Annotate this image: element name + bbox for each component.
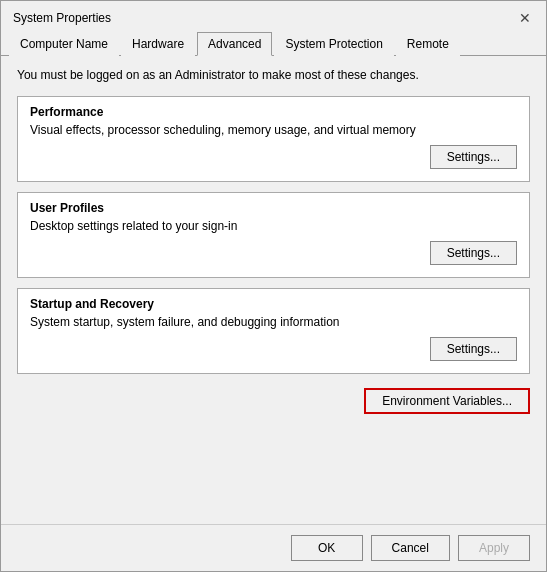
environment-variables-row: Environment Variables... — [17, 388, 530, 414]
tab-hardware[interactable]: Hardware — [121, 32, 195, 56]
performance-settings-button[interactable]: Settings... — [430, 145, 517, 169]
system-properties-window: System Properties ✕ Computer Name Hardwa… — [0, 0, 547, 572]
tab-system-protection[interactable]: System Protection — [274, 32, 393, 56]
environment-variables-button[interactable]: Environment Variables... — [364, 388, 530, 414]
title-bar: System Properties ✕ — [1, 1, 546, 27]
apply-button[interactable]: Apply — [458, 535, 530, 561]
tab-remote[interactable]: Remote — [396, 32, 460, 56]
ok-button[interactable]: OK — [291, 535, 363, 561]
performance-title: Performance — [30, 105, 517, 119]
startup-recovery-description: System startup, system failure, and debu… — [30, 315, 517, 329]
user-profiles-description: Desktop settings related to your sign-in — [30, 219, 517, 233]
startup-recovery-title: Startup and Recovery — [30, 297, 517, 311]
performance-section: Performance Visual effects, processor sc… — [17, 96, 530, 182]
admin-notice: You must be logged on as an Administrato… — [17, 68, 530, 82]
tab-computer-name[interactable]: Computer Name — [9, 32, 119, 56]
user-profiles-title: User Profiles — [30, 201, 517, 215]
tab-advanced[interactable]: Advanced — [197, 32, 272, 56]
user-profiles-section: User Profiles Desktop settings related t… — [17, 192, 530, 278]
footer: OK Cancel Apply — [1, 524, 546, 571]
startup-recovery-section: Startup and Recovery System startup, sys… — [17, 288, 530, 374]
tab-content: You must be logged on as an Administrato… — [1, 56, 546, 524]
close-button[interactable]: ✕ — [516, 9, 534, 27]
performance-description: Visual effects, processor scheduling, me… — [30, 123, 517, 137]
cancel-button[interactable]: Cancel — [371, 535, 450, 561]
window-title: System Properties — [13, 11, 111, 25]
tab-bar: Computer Name Hardware Advanced System P… — [1, 27, 546, 56]
startup-recovery-settings-button[interactable]: Settings... — [430, 337, 517, 361]
user-profiles-settings-button[interactable]: Settings... — [430, 241, 517, 265]
